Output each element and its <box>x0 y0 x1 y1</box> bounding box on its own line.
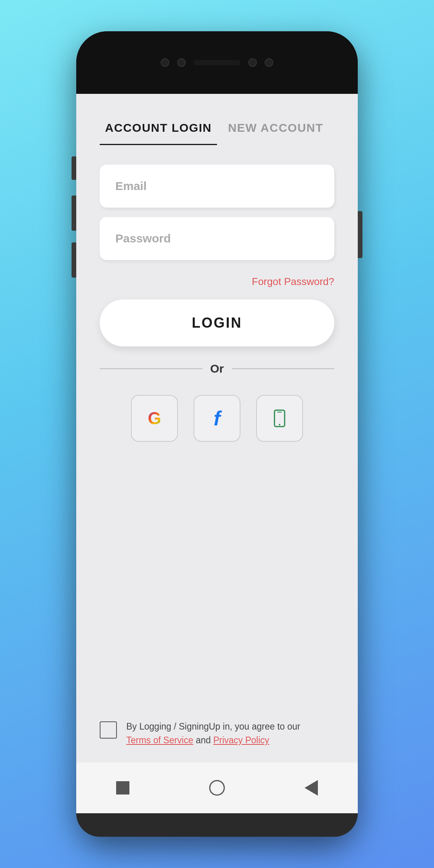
front-camera <box>161 58 169 67</box>
social-login-section: G f <box>76 379 358 457</box>
google-icon: G <box>148 409 161 428</box>
phone-device: ACCOUNT LOGIN NEW ACCOUNT Forgot Passwor… <box>76 31 358 837</box>
tab-account-login[interactable]: ACCOUNT LOGIN <box>100 113 217 145</box>
phone-icon <box>270 409 289 428</box>
login-button[interactable]: LOGIN <box>100 299 334 346</box>
terms-checkbox[interactable] <box>100 721 117 739</box>
tab-new-account[interactable]: NEW ACCOUNT <box>217 113 334 145</box>
phone-bottom-chin <box>76 813 358 837</box>
facebook-icon: f <box>213 407 220 430</box>
login-button-wrap: LOGIN <box>76 288 358 358</box>
privacy-policy-link[interactable]: Privacy Policy <box>213 735 269 745</box>
login-form <box>76 145 358 272</box>
divider-or-text: Or <box>210 362 224 375</box>
phone-screen: ACCOUNT LOGIN NEW ACCOUNT Forgot Passwor… <box>76 94 358 813</box>
terms-of-service-link[interactable]: Terms of Service <box>126 735 193 745</box>
volume-up-button <box>72 195 76 231</box>
google-login-button[interactable]: G <box>131 395 178 442</box>
phone-login-button[interactable] <box>256 395 303 442</box>
terms-and: and <box>196 735 213 745</box>
power-button <box>358 211 362 258</box>
terms-text: By Logging / SigningUp in, you agree to … <box>126 720 300 747</box>
divider-line-left <box>100 368 203 369</box>
password-input[interactable] <box>100 217 334 260</box>
recents-button[interactable] <box>116 781 129 794</box>
speaker <box>194 60 240 65</box>
android-nav-bar <box>76 762 358 813</box>
home-button[interactable] <box>209 780 225 796</box>
svg-rect-1 <box>277 412 282 412</box>
volume-mute-button <box>72 156 76 180</box>
divider-line-right <box>232 368 335 369</box>
facebook-login-button[interactable]: f <box>194 395 240 442</box>
volume-down-button <box>72 242 76 278</box>
divider-section: Or <box>76 358 358 379</box>
terms-inner: By Logging / SigningUp in, you agree to … <box>100 720 334 747</box>
screen-content: ACCOUNT LOGIN NEW ACCOUNT Forgot Passwor… <box>76 94 358 762</box>
forgot-password-section: Forgot Password? <box>76 272 358 288</box>
terms-prefix: By Logging / SigningUp in, you agree to … <box>126 721 300 732</box>
back-button[interactable] <box>305 780 318 796</box>
tab-bar: ACCOUNT LOGIN NEW ACCOUNT <box>76 94 358 145</box>
sensor-dot <box>177 58 186 67</box>
proximity-sensor <box>265 58 273 67</box>
terms-section: By Logging / SigningUp in, you agree to … <box>76 457 358 762</box>
flash-dot <box>248 58 257 67</box>
svg-point-2 <box>279 424 280 425</box>
forgot-password-link[interactable]: Forgot Password? <box>252 276 334 287</box>
phone-topbar <box>76 31 358 94</box>
email-input[interactable] <box>100 165 334 208</box>
